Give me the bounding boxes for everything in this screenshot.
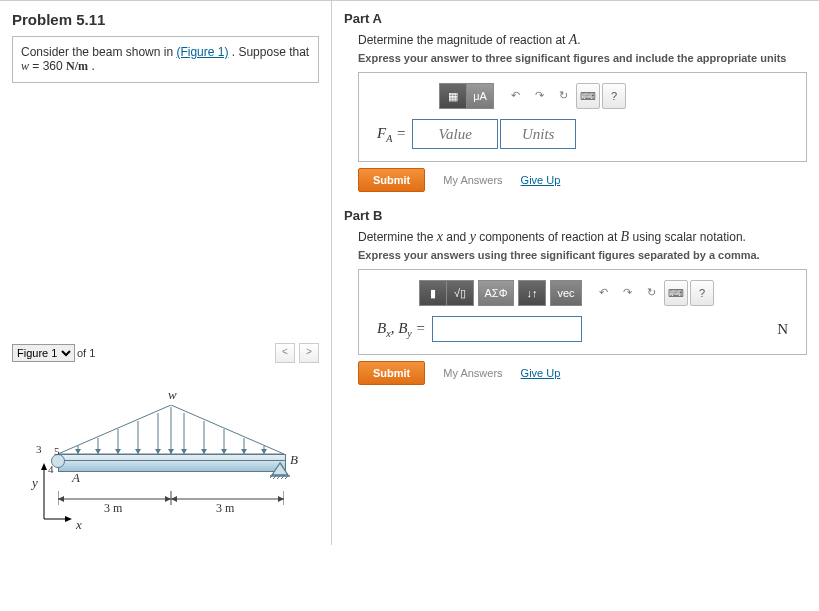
svg-marker-33 [65,516,72,522]
redo-button[interactable]: ↷ [528,83,550,107]
part-b-unit: N [777,321,788,338]
keyboard-button[interactable]: ⌨ [576,83,600,109]
svg-marker-23 [272,463,288,475]
problem-unit: N/m [66,59,88,73]
svg-marker-40 [165,496,171,502]
svg-marker-41 [171,496,177,502]
problem-text-3: . [88,59,95,73]
part-a-my-answers[interactable]: My Answers [443,174,502,186]
problem-var: w [21,59,29,73]
part-b-answer-box: ▮ √▯ ΑΣΦ ↓↑ vec ↶ ↷ ↻ ⌨ ? [358,269,807,355]
label-5: 5 [54,445,60,457]
redo-button-b[interactable]: ↷ [616,280,638,304]
svg-marker-39 [58,496,64,502]
toolbar-mu-a-button[interactable]: μA [467,84,493,108]
problem-eq: = 360 [29,59,66,73]
reset-button[interactable]: ↻ [552,83,574,107]
problem-statement: Consider the beam shown in (Figure 1) . … [12,36,319,83]
part-b-heading: Part B [344,208,807,223]
help-button[interactable]: ? [602,83,626,109]
part-a-eq-label: FA = [377,125,406,144]
part-a-instruction: Determine the magnitude of reaction at A… [358,32,807,48]
label-w: w [168,387,177,403]
part-b-eq-label: Bx, By = [377,320,426,339]
problem-text-1: Consider the beam shown in [21,45,176,59]
undo-button[interactable]: ↶ [504,83,526,107]
label-y: y [32,475,38,491]
problem-title: Problem 5.11 [0,7,331,36]
svg-marker-42 [278,496,284,502]
tb-root-icon[interactable]: √▯ [447,281,473,305]
figure-select[interactable]: Figure 1 [12,344,75,362]
part-a-units-input[interactable] [500,119,576,149]
part-a-value-input[interactable] [412,119,498,149]
tb-vec-button[interactable]: vec [551,281,581,305]
part-b-format: Express your answers using three signifi… [358,249,807,261]
part-b-give-up[interactable]: Give Up [521,367,561,379]
part-b-value-input[interactable] [432,316,582,342]
tb-subscript-button[interactable]: ↓↑ [519,281,545,305]
part-b-my-answers[interactable]: My Answers [443,367,502,379]
keyboard-button-b[interactable]: ⌨ [664,280,688,306]
label-3: 3 [36,443,42,455]
svg-marker-31 [41,463,47,470]
support-b-icon [270,461,290,479]
figure-diagram: w A B y x 3 4 5 3 m 3 m [12,365,319,535]
label-dim1: 3 m [104,501,122,516]
label-4: 4 [48,463,54,475]
part-a-heading: Part A [344,11,807,26]
label-B: B [290,452,298,468]
undo-button-b[interactable]: ↶ [592,280,614,304]
problem-text-2: . Suppose that [228,45,309,59]
figure-count: of 1 [77,347,95,359]
figure-link[interactable]: (Figure 1) [176,45,228,59]
part-a-submit-button[interactable]: Submit [358,168,425,192]
tb-greek-button[interactable]: ΑΣΦ [479,281,513,305]
part-a-answer-box: ▦ μA ↶ ↷ ↻ ⌨ ? FA = [358,72,807,162]
help-button-b[interactable]: ? [690,280,714,306]
part-a-format: Express your answer to three significant… [358,52,807,64]
part-a-give-up[interactable]: Give Up [521,174,561,186]
figure-prev-button[interactable]: < [275,343,295,363]
figure-next-button[interactable]: > [299,343,319,363]
reset-button-b[interactable]: ↻ [640,280,662,304]
part-b-instruction: Determine the x and y components of reac… [358,229,807,245]
part-b-submit-button[interactable]: Submit [358,361,425,385]
tb-template-icon[interactable]: ▮ [420,281,447,305]
toolbar-templates-icon[interactable]: ▦ [440,84,467,108]
label-A: A [72,470,80,486]
label-x: x [76,517,82,533]
label-dim2: 3 m [216,501,234,516]
